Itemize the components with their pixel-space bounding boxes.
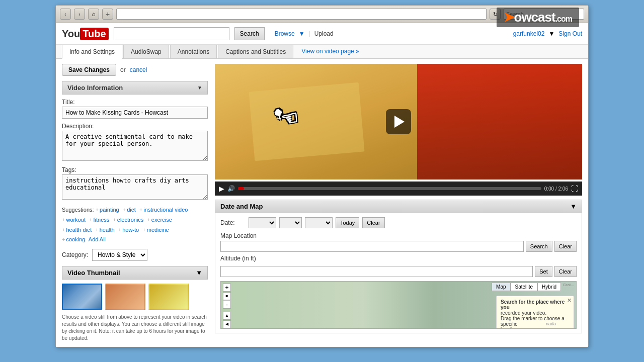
tab-annotations[interactable]: Annotations (170, 45, 217, 58)
address-bar[interactable] (116, 9, 487, 20)
category-label: Category: (62, 251, 88, 258)
map-zoom-in[interactable]: + (223, 284, 231, 292)
thumbnails-row (62, 284, 208, 310)
title-input[interactable] (62, 107, 208, 119)
time-display: 0:00 / 2:06 (544, 186, 568, 192)
video-player: ⧭ ☜ (215, 64, 582, 179)
clear-date-button[interactable]: Clear (362, 217, 384, 228)
thumbnail-arrow: ▼ (196, 269, 202, 277)
back-button[interactable]: ‹ (60, 9, 71, 20)
map-zoom-out[interactable]: - (223, 301, 231, 309)
suggestion-diet[interactable]: diet (127, 205, 136, 215)
map-drag-handle[interactable]: ■ (223, 292, 231, 300)
map-grat-label: Grat... (563, 283, 574, 287)
video-info-title: Video Information (67, 84, 123, 92)
thumbnail-3[interactable] (148, 284, 189, 310)
map-tooltip-line2: recorded your video. (501, 310, 546, 316)
map-tab-map[interactable]: Map (492, 283, 510, 291)
tags-textarea[interactable]: instructions howto crafts diy arts educa… (62, 174, 208, 200)
suggestion-painting[interactable]: painting (100, 205, 119, 215)
suggestion-health-diet[interactable]: health diet (66, 225, 92, 235)
cancel-link[interactable]: cancel (130, 66, 147, 73)
save-changes-button[interactable]: Save Changes (62, 64, 116, 76)
map-location-label: Map Location (220, 232, 577, 239)
suggestion-electronics[interactable]: electronics (117, 215, 144, 225)
map-canada-label: nada (546, 321, 556, 326)
home-button[interactable]: ⌂ (88, 9, 99, 20)
map-tab-hybrid[interactable]: Hybrid (537, 283, 561, 291)
tab-captions[interactable]: Captions and Subtitles (218, 45, 293, 58)
browse-arrow: ▼ (299, 30, 305, 37)
day-select[interactable] (279, 217, 302, 228)
map-pan-left[interactable]: ◀ (223, 320, 231, 328)
year-select[interactable] (305, 217, 333, 228)
map-location-input[interactable] (220, 241, 524, 252)
suggestion-fitness[interactable]: fitness (93, 215, 109, 225)
title-label: Title: (62, 99, 208, 106)
thumbnail-2[interactable] (105, 284, 145, 310)
youtube-logo-you: You (62, 28, 80, 40)
suggestions-row: Suggestions: +painting +diet +instructio… (62, 205, 208, 245)
youtube-search-button[interactable]: Search (234, 27, 265, 40)
map-clear-button[interactable]: Clear (554, 241, 577, 252)
username-arrow: ▼ (548, 30, 554, 37)
map-tooltip-line1: Search for the place where you (501, 299, 565, 310)
volume-control[interactable]: 🔊 (227, 185, 235, 192)
map-tooltip-line4: location. (501, 327, 519, 329)
map-tab-satellite[interactable]: Satellite (511, 283, 538, 291)
map-tooltip: ✕ Search for the place where you recorde… (496, 296, 574, 329)
fullscreen-button[interactable]: ⛶ (571, 185, 578, 193)
username-link[interactable]: garfunkel02 (513, 30, 545, 37)
youtube-logo: YouTube (62, 28, 109, 40)
tags-label: Tags: (62, 166, 208, 173)
add-all-link[interactable]: Add All (89, 236, 106, 242)
save-bar: Save Changes or cancel (62, 64, 208, 76)
play-button[interactable] (386, 109, 411, 134)
youtube-search-input[interactable] (114, 27, 229, 40)
altitude-label: Altitude (in ft) (220, 255, 256, 262)
suggestion-cooking[interactable]: cooking (66, 235, 85, 245)
suggestion-health[interactable]: health (100, 225, 115, 235)
tabs-bar: Info and Settings AudioSwap Annotations … (56, 45, 588, 59)
map-search-button[interactable]: Search (526, 241, 552, 252)
category-select[interactable]: Howto & Style (92, 249, 147, 261)
date-map-section: Date and Map ▼ Date: Today Clear (215, 200, 582, 333)
browse-link[interactable]: Browse (275, 30, 295, 37)
description-textarea[interactable]: A creative sentimental card to make for … (62, 131, 208, 161)
set-altitude-button[interactable]: Set (535, 266, 552, 277)
forward-button[interactable]: › (74, 9, 85, 20)
month-select[interactable] (249, 217, 276, 228)
date-map-header[interactable]: Date and Map ▼ (215, 200, 582, 213)
suggestion-exercise[interactable]: exercise (151, 215, 172, 225)
play-control[interactable]: ▶ (219, 185, 224, 193)
date-label: Date: (220, 219, 246, 226)
tab-audioswap[interactable]: AudioSwap (123, 45, 169, 58)
signout-link[interactable]: Sign Out (558, 30, 582, 37)
altitude-input[interactable] (220, 266, 533, 277)
map-zoom-controls: + ■ - ▲ ◀ ▶ ▼ (223, 284, 231, 329)
upload-link[interactable]: Upload (314, 30, 334, 37)
thumbnail-caption: Choose a video still from above to repre… (62, 314, 208, 342)
suggestion-medicine[interactable]: medicine (147, 225, 169, 235)
clear-altitude-button[interactable]: Clear (554, 266, 577, 277)
map-toolbar: Map Satellite Hybrid (492, 283, 561, 291)
map-pan-up[interactable]: ▲ (223, 312, 231, 320)
today-button[interactable]: Today (336, 217, 359, 228)
new-tab-button[interactable]: + (102, 9, 113, 20)
progress-bar[interactable] (238, 187, 541, 190)
tab-view-on-page[interactable]: View on video page » (294, 45, 366, 58)
suggestions-label: Suggestions: (62, 207, 96, 213)
suggestion-instructional[interactable]: instructional video (143, 205, 188, 215)
tab-info-settings[interactable]: Info and Settings (62, 45, 122, 59)
date-map-title: Date and Map (220, 203, 263, 210)
youtube-logo-tube: Tube (80, 28, 108, 40)
map-container[interactable]: Map Satellite Hybrid + ■ - ▲ ◀ ▶ ▼ (220, 281, 577, 329)
thumbnail-header[interactable]: Video Thumbnail ▼ (62, 266, 208, 280)
map-tooltip-close[interactable]: ✕ (567, 297, 572, 304)
suggestion-how-to[interactable]: how-to (122, 225, 139, 235)
video-controls: ▶ 🔊 0:00 / 2:06 ⛶ (215, 182, 582, 196)
suggestion-workout[interactable]: workout (66, 215, 86, 225)
thumbnail-1[interactable] (62, 284, 102, 310)
video-info-header[interactable]: Video Information ▼ (62, 81, 208, 95)
save-or-text: or (120, 66, 126, 73)
